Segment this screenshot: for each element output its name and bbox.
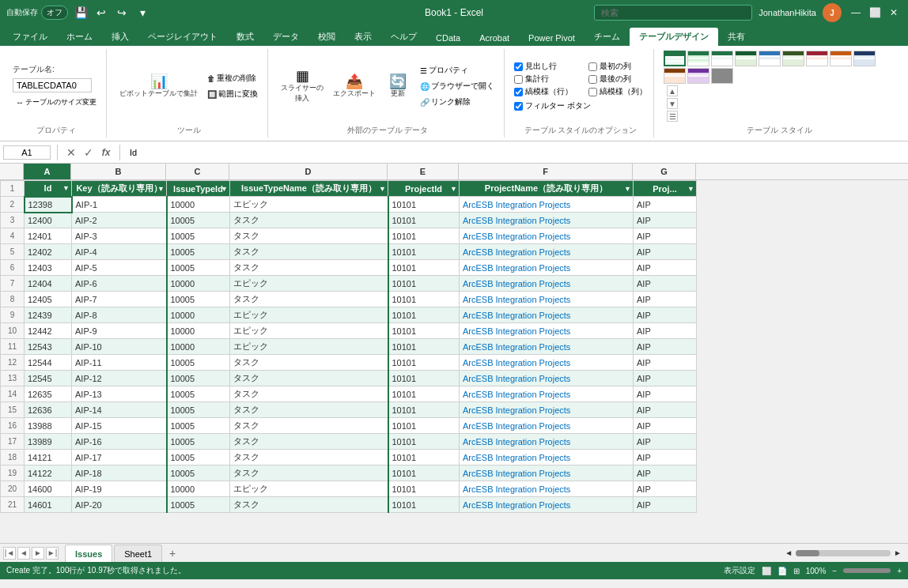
cell-proj-10[interactable]: AIP	[634, 323, 697, 339]
prev-sheet-arrow[interactable]: ◄	[17, 547, 30, 560]
col-header-A[interactable]: A	[24, 164, 71, 179]
cell-id-21[interactable]: 14601	[25, 497, 72, 513]
table-row[interactable]: 9 12439 AIP-8 10000 エピック 10101 ArcESB In…	[1, 307, 697, 323]
ribbon-tab-Power Pivot[interactable]: Power Pivot	[519, 30, 585, 46]
cell-id-14[interactable]: 12635	[25, 386, 72, 402]
normal-view-icon[interactable]: ⬜	[762, 567, 771, 575]
cell-issuetypeid-6[interactable]: 10005	[167, 260, 230, 276]
table-style-swatch-7[interactable]	[806, 51, 828, 66]
cell-id-19[interactable]: 14122	[25, 466, 72, 481]
table-name-input[interactable]	[13, 78, 92, 92]
convert-range-button[interactable]: 🔲 範囲に変換	[204, 87, 261, 101]
cell-key-4[interactable]: AIP-3	[72, 228, 167, 244]
style-more[interactable]: ☰	[667, 111, 678, 122]
cell-projectid-5[interactable]: 10101	[388, 244, 460, 260]
first-sheet-arrow[interactable]: |◄	[3, 547, 16, 560]
header-key[interactable]: Key（読み取り専用） ▼	[72, 181, 167, 197]
cell-proj-9[interactable]: AIP	[634, 307, 697, 323]
cell-key-11[interactable]: AIP-10	[72, 339, 167, 355]
cell-issuetypeid-4[interactable]: 10005	[167, 228, 230, 244]
cell-projectname-19[interactable]: ArcESB Integration Projects	[460, 466, 634, 481]
ribbon-tab-チーム[interactable]: チーム	[585, 28, 630, 46]
cell-projectname-3[interactable]: ArcESB Integration Projects	[460, 213, 634, 228]
cell-issuetypename-19[interactable]: タスク	[230, 466, 388, 481]
ribbon-tab-テーブルデザイン[interactable]: テーブルデザイン	[630, 28, 718, 46]
cell-issuetypeid-7[interactable]: 10000	[167, 276, 230, 292]
table-row[interactable]: 4 12401 AIP-3 10005 タスク 10101 ArcESB Int…	[1, 228, 697, 244]
table-row[interactable]: 14 12635 AIP-13 10005 タスク 10101 ArcESB I…	[1, 386, 697, 402]
cell-issuetypeid-19[interactable]: 10005	[167, 466, 230, 481]
banded-cols-checkbox[interactable]: 縞模様（列）	[588, 86, 647, 97]
table-row[interactable]: 21 14601 AIP-20 10005 タスク 10101 ArcESB I…	[1, 497, 697, 513]
ribbon-tab-校閲[interactable]: 校閲	[308, 28, 345, 46]
table-style-swatch-8[interactable]	[830, 51, 852, 66]
header-row-checkbox[interactable]: 見出し行	[514, 61, 573, 72]
ribbon-tab-挿入[interactable]: 挿入	[102, 28, 138, 46]
cell-projectname-14[interactable]: ArcESB Integration Projects	[460, 386, 634, 402]
table-style-swatch-4[interactable]	[735, 51, 757, 66]
style-scroll-down[interactable]: ▼	[667, 98, 678, 109]
confirm-formula-icon[interactable]: ✓	[81, 145, 96, 160]
cell-projectname-17[interactable]: ArcESB Integration Projects	[460, 434, 634, 450]
cell-id-8[interactable]: 12405	[25, 292, 72, 307]
cell-key-2[interactable]: AIP-1	[72, 197, 167, 213]
cell-issuetypeid-13[interactable]: 10005	[167, 371, 230, 386]
cell-issuetypename-18[interactable]: タスク	[230, 450, 388, 466]
cell-proj-6[interactable]: AIP	[634, 260, 697, 276]
cell-proj-11[interactable]: AIP	[634, 339, 697, 355]
slicer-button[interactable]: ▦ スライサーの挿入	[278, 67, 327, 105]
unlink-button[interactable]: 🔗 リンク解除	[417, 95, 498, 109]
refresh-button[interactable]: 🔄 更新	[382, 73, 414, 100]
table-row[interactable]: 8 12405 AIP-7 10005 タスク 10101 ArcESB Int…	[1, 292, 697, 307]
cell-proj-5[interactable]: AIP	[634, 244, 697, 260]
cell-projectname-6[interactable]: ArcESB Integration Projects	[460, 260, 634, 276]
cell-proj-3[interactable]: AIP	[634, 213, 697, 228]
cell-issuetypeid-8[interactable]: 10005	[167, 292, 230, 307]
cell-projectid-12[interactable]: 10101	[388, 355, 460, 371]
cell-proj-15[interactable]: AIP	[634, 402, 697, 418]
totals-row-checkbox[interactable]: 集計行	[514, 74, 573, 85]
cell-projectid-13[interactable]: 10101	[388, 371, 460, 386]
last-col-checkbox[interactable]: 最後の列	[588, 74, 647, 85]
cell-issuetypeid-18[interactable]: 10005	[167, 450, 230, 466]
user-avatar[interactable]: J	[823, 3, 842, 22]
cell-projectid-3[interactable]: 10101	[388, 213, 460, 228]
cell-projectname-2[interactable]: ArcESB Integration Projects	[460, 197, 634, 213]
cell-projectid-8[interactable]: 10101	[388, 292, 460, 307]
cell-id-20[interactable]: 14600	[25, 481, 72, 497]
cell-proj-20[interactable]: AIP	[634, 481, 697, 497]
cell-id-17[interactable]: 13989	[25, 434, 72, 450]
header-issue-type-id[interactable]: IssueTypeId ▼	[167, 181, 230, 197]
cell-key-6[interactable]: AIP-5	[72, 260, 167, 276]
cancel-formula-icon[interactable]: ✕	[64, 145, 78, 160]
filter-arrow-issuetypename[interactable]: ▼	[379, 185, 386, 193]
cell-issuetypename-12[interactable]: タスク	[230, 355, 388, 371]
cell-issuetypename-4[interactable]: タスク	[230, 228, 388, 244]
cell-key-20[interactable]: AIP-19	[72, 481, 167, 497]
table-row[interactable]: 15 12636 AIP-14 10005 タスク 10101 ArcESB I…	[1, 402, 697, 418]
table-row[interactable]: 2 12398 AIP-1 10000 エピック 10101 ArcESB In…	[1, 197, 697, 213]
cell-issuetypeid-16[interactable]: 10005	[167, 418, 230, 434]
properties-button[interactable]: ☰ プロパティ	[417, 63, 498, 77]
maximize-button[interactable]: ⬜	[867, 5, 883, 21]
table-style-swatch-1[interactable]	[664, 51, 686, 66]
cell-issuetypeid-21[interactable]: 10005	[167, 497, 230, 513]
close-button[interactable]: ✕	[886, 5, 902, 21]
cell-issuetypename-13[interactable]: タスク	[230, 371, 388, 386]
cell-issuetypeid-17[interactable]: 10005	[167, 434, 230, 450]
cell-issuetypeid-15[interactable]: 10005	[167, 402, 230, 418]
cell-proj-13[interactable]: AIP	[634, 371, 697, 386]
cell-projectname-8[interactable]: ArcESB Integration Projects	[460, 292, 634, 307]
resize-table-button[interactable]: ↔ テーブルのサイズ変更	[13, 96, 100, 109]
sheet-tab-Issues[interactable]: Issues	[65, 545, 112, 562]
cell-projectid-21[interactable]: 10101	[388, 497, 460, 513]
cell-key-8[interactable]: AIP-7	[72, 292, 167, 307]
cell-projectname-13[interactable]: ArcESB Integration Projects	[460, 371, 634, 386]
cell-id-13[interactable]: 12545	[25, 371, 72, 386]
save-icon[interactable]: 💾	[73, 5, 89, 21]
ribbon-tab-データ[interactable]: データ	[263, 28, 308, 46]
zoom-out-icon[interactable]: −	[832, 567, 837, 575]
cell-id-6[interactable]: 12403	[25, 260, 72, 276]
cell-proj-19[interactable]: AIP	[634, 466, 697, 481]
filter-arrow-projectid[interactable]: ▼	[450, 185, 457, 193]
